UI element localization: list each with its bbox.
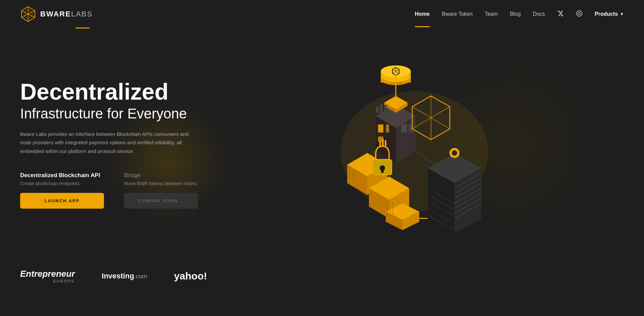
entrepreneur-logo: Entrepreneur EUROPE <box>20 269 75 283</box>
hero-title-sub: Infrastructure for Everyone <box>20 106 198 122</box>
hero-title-large: Decentralized <box>20 79 198 104</box>
svg-rect-53 <box>381 169 384 173</box>
isometric-graphic <box>314 51 508 245</box>
coming-soon-button: COMING SOON... <box>124 193 198 209</box>
svg-rect-24 <box>386 124 389 133</box>
twitter-icon-item[interactable] <box>557 10 564 18</box>
bridge-card-title: Bridge <box>124 172 198 179</box>
svg-rect-81 <box>376 106 379 113</box>
svg-rect-82 <box>380 104 383 113</box>
logo-link[interactable]: BWARELABS <box>20 6 93 22</box>
svg-rect-22 <box>378 124 383 133</box>
circle-brand-icon <box>576 10 583 17</box>
nav-item-docs[interactable]: Docs <box>533 11 545 17</box>
hero-content: Decentralized Infrastructure for Everyon… <box>20 79 198 217</box>
api-card-title: Decentralized Blockchain API <box>20 172 104 179</box>
nav-item-blog[interactable]: Blog <box>510 11 521 17</box>
hero-section: Decentralized Infrastructure for Everyon… <box>0 27 644 262</box>
circle-icon-item[interactable] <box>576 10 583 18</box>
yahoo-logo: yahoo! <box>174 270 207 282</box>
media-logos-section: Entrepreneur EUROPE Investing.com yahoo! <box>0 262 644 297</box>
twitter-icon <box>557 10 564 17</box>
nav-item-team[interactable]: Team <box>485 11 498 17</box>
nav-links: Home Bware Token Team Blog Docs Products <box>415 10 624 18</box>
nav-item-home[interactable]: Home <box>415 11 430 17</box>
bridge-card-subtitle: Move BWR tokens between chains <box>124 181 198 186</box>
svg-rect-28 <box>382 139 384 146</box>
api-card-subtitle: Create blockchain endpoints <box>20 181 104 186</box>
hero-description: Bware Labs provides an interface between… <box>20 130 195 156</box>
logo-text: BWARELABS <box>40 10 93 18</box>
svg-point-73 <box>452 150 457 156</box>
investing-logo: Investing.com <box>102 272 147 280</box>
nav-item-bware-token[interactable]: Bware Token <box>442 11 473 17</box>
navbar: BWARELABS Home Bware Token Team Blog Doc… <box>0 0 644 28</box>
svg-rect-25 <box>401 124 407 133</box>
svg-point-5 <box>576 10 582 16</box>
hero-cards: Decentralized Blockchain API Create bloc… <box>20 172 198 209</box>
launch-app-button[interactable]: LAUNCH APP <box>20 193 104 209</box>
nav-active-underline <box>75 28 90 29</box>
nav-item-products[interactable]: Products ▼ <box>595 11 624 17</box>
logo-icon <box>20 6 36 22</box>
hero-illustration <box>198 47 624 249</box>
svg-rect-27 <box>379 141 381 146</box>
svg-rect-29 <box>385 140 386 146</box>
hero-card-bridge: Bridge Move BWR tokens between chains CO… <box>124 172 198 209</box>
hero-card-api: Decentralized Blockchain API Create bloc… <box>20 172 104 209</box>
svg-rect-83 <box>384 105 387 113</box>
svg-point-6 <box>578 12 580 14</box>
chevron-down-icon: ▼ <box>620 12 624 16</box>
